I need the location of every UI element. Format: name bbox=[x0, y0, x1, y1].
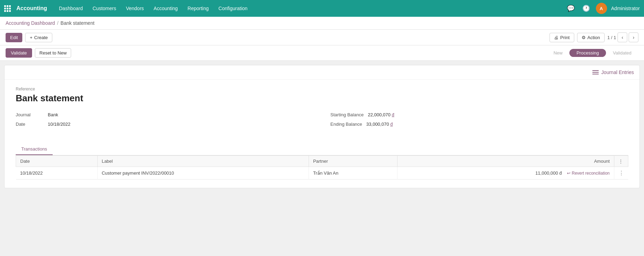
breadcrumb-separator: / bbox=[57, 20, 59, 26]
starting-balance-currency[interactable]: đ bbox=[392, 112, 394, 117]
topbar-right: 💬 🕐 A Administrator bbox=[565, 3, 640, 14]
status-step-validated[interactable]: Validated bbox=[606, 49, 638, 57]
apps-grid-icon[interactable] bbox=[4, 5, 11, 12]
main-content: Journal Entries Reference Bank statement… bbox=[4, 65, 640, 188]
nav-reporting[interactable]: Reporting bbox=[183, 0, 214, 17]
ending-balance-value: 33,000,070 đ bbox=[366, 122, 393, 127]
validate-button[interactable]: Validate bbox=[6, 48, 32, 58]
reference-label: Reference bbox=[16, 87, 628, 92]
action-bar: Edit + Create 🖨 Print ⚙ Action 1 / 1 ‹ › bbox=[0, 30, 644, 45]
row-label: Customer payment INV/2022/00010 bbox=[97, 167, 309, 180]
col-header-partner: Partner bbox=[309, 156, 397, 167]
date-field: Date 10/18/2022 bbox=[16, 122, 314, 127]
status-step-new[interactable]: New bbox=[546, 49, 569, 57]
clock-icon[interactable]: 🕐 bbox=[581, 3, 592, 14]
row-partner: Trần Văn An bbox=[309, 167, 397, 180]
status-bar: Validate Reset to New New Processing Val… bbox=[0, 45, 644, 61]
plus-icon: + bbox=[30, 35, 32, 40]
status-step-processing[interactable]: Processing bbox=[569, 49, 606, 57]
tabs: Transactions bbox=[16, 144, 628, 155]
ending-balance-label: Ending Balance bbox=[331, 122, 362, 127]
main-nav: Dashboard Customers Vendors Accounting R… bbox=[54, 0, 565, 17]
date-value: 10/18/2022 bbox=[48, 122, 70, 127]
journal-label: Journal bbox=[16, 112, 44, 117]
hamburger-icon bbox=[592, 70, 599, 74]
next-button[interactable]: › bbox=[629, 32, 638, 42]
tab-transactions[interactable]: Transactions bbox=[16, 144, 53, 155]
create-button[interactable]: + Create bbox=[25, 33, 52, 42]
topbar: Accounting Dashboard Customers Vendors A… bbox=[0, 0, 644, 17]
row-amount: 11,000,000 đ ↩ Revert reconciliation bbox=[397, 167, 614, 180]
nav-configuration[interactable]: Configuration bbox=[214, 0, 252, 17]
app-title: Accounting bbox=[16, 5, 47, 12]
form-section: Reference Bank statement Journal Bank Da… bbox=[5, 80, 639, 144]
date-label: Date bbox=[16, 122, 44, 127]
edit-button[interactable]: Edit bbox=[6, 33, 22, 42]
printer-icon: 🖨 bbox=[554, 35, 559, 40]
row-date: 10/18/2022 bbox=[16, 167, 98, 180]
col-header-amount: Amount bbox=[397, 156, 614, 167]
form-fields: Journal Bank Date 10/18/2022 Starting Ba… bbox=[16, 112, 628, 127]
transactions-table-container: Date Label Partner Amount ⋮ 10/18/2022 C… bbox=[16, 155, 628, 180]
gear-icon: ⚙ bbox=[582, 35, 586, 40]
print-button[interactable]: 🖨 Print bbox=[550, 33, 574, 42]
nav-customers[interactable]: Customers bbox=[88, 0, 121, 17]
admin-name[interactable]: Administrator bbox=[611, 6, 640, 11]
journal-entries-label: Journal Entries bbox=[601, 70, 634, 75]
breadcrumb-current: Bank statement bbox=[61, 20, 94, 26]
ending-balance-currency[interactable]: đ bbox=[390, 122, 393, 127]
action-button[interactable]: ⚙ Action bbox=[577, 33, 605, 42]
right-fields: Starting Balance 22,000,070 đ Ending Bal… bbox=[331, 112, 629, 127]
col-header-label: Label bbox=[97, 156, 309, 167]
starting-balance-value: 22,000,070 đ bbox=[368, 112, 394, 117]
breadcrumb-parent[interactable]: Accounting Dashboard bbox=[6, 20, 55, 26]
nav-vendors[interactable]: Vendors bbox=[121, 0, 149, 17]
journal-field: Journal Bank bbox=[16, 112, 314, 117]
form-title: Bank statement bbox=[16, 93, 628, 104]
kebab-menu-icon[interactable]: ⋮ bbox=[619, 170, 624, 176]
table-row: 10/18/2022 Customer payment INV/2022/000… bbox=[16, 167, 628, 180]
left-fields: Journal Bank Date 10/18/2022 bbox=[16, 112, 314, 127]
ending-balance-field: Ending Balance 33,000,070 đ bbox=[331, 122, 629, 127]
starting-balance-field: Starting Balance 22,000,070 đ bbox=[331, 112, 629, 117]
reset-to-new-button[interactable]: Reset to New bbox=[35, 48, 71, 58]
revert-reconciliation-button[interactable]: ↩ Revert reconciliation bbox=[567, 171, 610, 176]
page-indicator: 1 / 1 bbox=[607, 35, 616, 40]
chat-icon[interactable]: 💬 bbox=[565, 3, 576, 14]
nav-dashboard[interactable]: Dashboard bbox=[54, 0, 88, 17]
row-actions: ⋮ bbox=[614, 167, 628, 180]
nav-accounting[interactable]: Accounting bbox=[149, 0, 183, 17]
journal-value: Bank bbox=[48, 112, 58, 117]
transactions-table: Date Label Partner Amount ⋮ 10/18/2022 C… bbox=[16, 155, 628, 180]
status-steps: New Processing Validated bbox=[546, 49, 638, 57]
journal-entries-button[interactable]: Journal Entries bbox=[592, 70, 634, 75]
pagination: 1 / 1 ‹ › bbox=[607, 32, 638, 42]
col-header-actions: ⋮ bbox=[614, 156, 628, 167]
apps-menu[interactable] bbox=[4, 5, 11, 12]
tabs-container: Transactions bbox=[5, 144, 639, 155]
journal-header: Journal Entries bbox=[5, 65, 639, 80]
starting-balance-label: Starting Balance bbox=[331, 112, 364, 117]
avatar[interactable]: A bbox=[596, 3, 607, 14]
revert-icon: ↩ bbox=[567, 171, 570, 176]
prev-button[interactable]: ‹ bbox=[618, 32, 627, 42]
col-header-date: Date bbox=[16, 156, 98, 167]
breadcrumb: Accounting Dashboard / Bank statement bbox=[0, 17, 644, 30]
